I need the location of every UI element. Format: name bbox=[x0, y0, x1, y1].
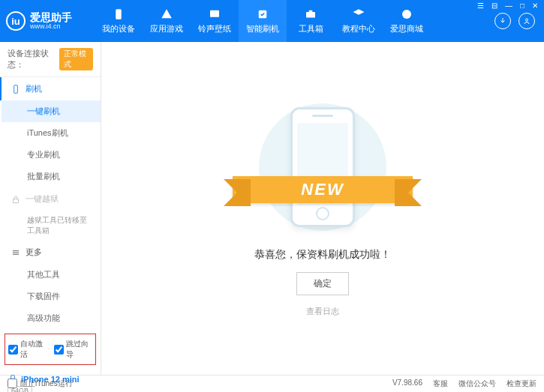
checkbox-skip-guide[interactable]: 跳过向导 bbox=[54, 339, 92, 360]
phone-icon bbox=[11, 84, 21, 94]
footer-link-update[interactable]: 检查更新 bbox=[506, 379, 536, 389]
pin-icon[interactable]: ⊟ bbox=[490, 1, 499, 10]
version-label: V7.98.66 bbox=[392, 379, 422, 389]
sidebar-item-pro[interactable]: 专业刷机 bbox=[2, 144, 101, 166]
footer-link-service[interactable]: 客服 bbox=[433, 379, 448, 389]
svg-rect-4 bbox=[309, 10, 313, 12]
svg-rect-3 bbox=[306, 12, 315, 18]
tab-flash[interactable]: 智能刷机 bbox=[239, 0, 287, 42]
tab-label: 我的设备 bbox=[102, 23, 135, 34]
success-illustration: NEW bbox=[248, 100, 398, 235]
svg-point-6 bbox=[526, 19, 528, 21]
logo-area: iu 爱思助手 www.i4.cn bbox=[6, 11, 95, 31]
tab-my-device[interactable]: 我的设备 bbox=[95, 0, 143, 42]
footer-link-wechat[interactable]: 微信公众号 bbox=[458, 379, 496, 389]
store-icon bbox=[400, 7, 413, 21]
sidebar-item-firmware[interactable]: 下载固件 bbox=[2, 286, 101, 307]
sidebar-group-flash[interactable]: 刷机 bbox=[0, 77, 101, 100]
close-icon[interactable]: ✕ bbox=[530, 1, 539, 10]
more-icon bbox=[11, 247, 21, 258]
success-message: 恭喜您，保资料刷机成功啦！ bbox=[254, 248, 391, 262]
group-label: 一键越狱 bbox=[26, 193, 59, 205]
tab-tutorials[interactable]: 教程中心 bbox=[335, 0, 383, 42]
device-icon bbox=[112, 7, 125, 21]
toolbox-icon bbox=[304, 7, 317, 21]
header-right bbox=[494, 13, 538, 29]
tab-label: 教程中心 bbox=[342, 23, 375, 34]
lock-icon bbox=[11, 194, 21, 205]
maximize-icon[interactable]: □ bbox=[518, 1, 526, 10]
app-title: 爱思助手 bbox=[30, 12, 72, 22]
user-button[interactable] bbox=[518, 13, 535, 29]
svg-rect-8 bbox=[14, 199, 19, 202]
checkbox-auto-activate[interactable]: 自动激活 bbox=[8, 339, 47, 360]
sidebar-item-advanced[interactable]: 高级功能 bbox=[2, 307, 101, 329]
ok-button[interactable]: 确定 bbox=[296, 272, 349, 295]
wallpaper-icon bbox=[208, 7, 221, 21]
connection-status: 设备连接状态： 正常模式 bbox=[0, 42, 101, 77]
tab-toolbox[interactable]: 工具箱 bbox=[287, 0, 335, 42]
group-label: 更多 bbox=[26, 247, 42, 258]
checkbox-block-itunes[interactable]: 阻止iTunes运行 bbox=[8, 379, 73, 389]
svg-rect-1 bbox=[210, 10, 219, 17]
apps-icon bbox=[160, 7, 173, 21]
options-highlight-box: 自动激活 跳过向导 bbox=[5, 334, 96, 365]
status-label: 设备连接状态： bbox=[8, 48, 56, 70]
svg-point-5 bbox=[402, 10, 411, 19]
tab-label: 智能刷机 bbox=[246, 23, 279, 34]
sidebar-item-itunes[interactable]: iTunes刷机 bbox=[2, 122, 101, 144]
main-content: NEW 恭喜您，保资料刷机成功啦！ 确定 查看日志 bbox=[101, 42, 544, 375]
tab-label: 工具箱 bbox=[299, 23, 323, 34]
logo-icon: iu bbox=[6, 11, 26, 31]
jailbreak-note: 越狱工具已转移至工具箱 bbox=[2, 211, 101, 241]
tab-label: 铃声壁纸 bbox=[198, 23, 231, 34]
sidebar: 设备连接状态： 正常模式 刷机 一键刷机 iTunes刷机 专业刷机 批量刷机 … bbox=[0, 42, 101, 375]
flash-icon bbox=[256, 7, 269, 21]
tab-label: 应用游戏 bbox=[150, 23, 183, 34]
header-bar: iu 爱思助手 www.i4.cn 我的设备 应用游戏 铃声壁纸 智能刷机 工具… bbox=[0, 0, 544, 42]
group-label: 刷机 bbox=[26, 83, 42, 94]
sidebar-item-batch[interactable]: 批量刷机 bbox=[2, 166, 101, 187]
app-subtitle: www.i4.cn bbox=[30, 22, 72, 31]
sidebar-group-jailbreak: 一键越狱 bbox=[2, 187, 101, 211]
svg-rect-7 bbox=[14, 85, 18, 93]
view-log-link[interactable]: 查看日志 bbox=[306, 306, 339, 317]
nav-tabs: 我的设备 应用游戏 铃声壁纸 智能刷机 工具箱 教程中心 爱思商城 bbox=[95, 0, 494, 42]
status-badge: 正常模式 bbox=[59, 48, 94, 70]
sidebar-group-more[interactable]: 更多 bbox=[2, 241, 101, 264]
tab-apps[interactable]: 应用游戏 bbox=[143, 0, 191, 42]
sidebar-item-other[interactable]: 其他工具 bbox=[2, 264, 101, 286]
new-ribbon: NEW bbox=[233, 176, 413, 203]
tutorial-icon bbox=[352, 7, 365, 21]
tab-label: 爱思商城 bbox=[390, 23, 423, 34]
tab-ringtones[interactable]: 铃声壁纸 bbox=[191, 0, 239, 42]
window-controls: ☰ ⊟ — □ ✕ bbox=[476, 1, 539, 10]
sidebar-item-oneclick[interactable]: 一键刷机 bbox=[2, 100, 101, 122]
svg-rect-0 bbox=[116, 9, 122, 19]
tab-store[interactable]: 爱思商城 bbox=[383, 0, 431, 42]
menu-icon[interactable]: ☰ bbox=[476, 1, 485, 10]
minimize-icon[interactable]: — bbox=[503, 1, 514, 10]
download-button[interactable] bbox=[494, 13, 511, 29]
